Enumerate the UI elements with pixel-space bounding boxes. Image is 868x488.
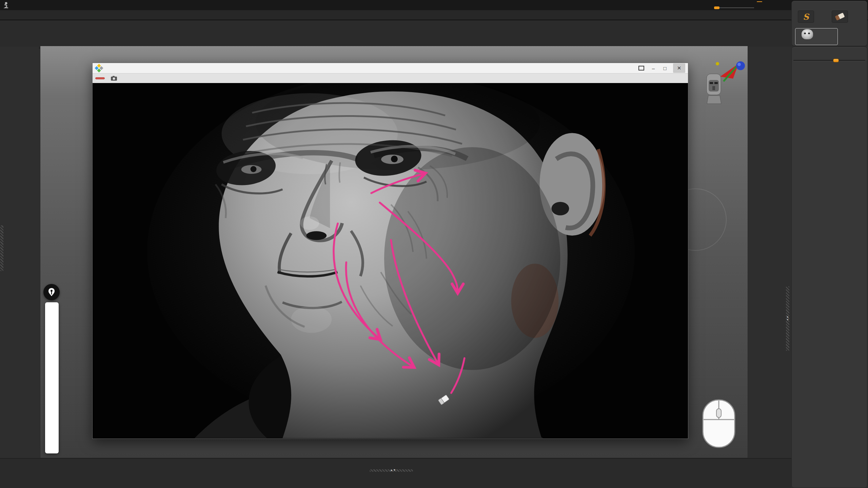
epicpen-toolbar [45,302,59,453]
mouse-overlay [701,399,737,449]
epicpen-logo-icon[interactable] [43,284,60,300]
menu-bar [0,10,868,20]
see-through-knob[interactable] [714,6,719,9]
new-version-badge[interactable] [95,77,105,79]
viewer-minimize-icon[interactable]: – [647,63,659,73]
viewer-maximize-icon[interactable]: □ [659,63,671,73]
camera-icon [111,76,117,81]
subtool-panel [791,47,867,488]
camview-head-icon[interactable] [706,73,723,104]
viewer-logo-icon [95,64,103,72]
zbrush-logo-icon [3,1,9,9]
divider-arrows-icon[interactable]: ▲▼ [786,315,789,321]
visible-count-slider[interactable] [793,54,865,61]
menus-button[interactable] [757,1,762,2]
viewer-fullscreen-icon[interactable] [635,63,647,73]
see-through-track[interactable] [714,7,754,8]
photo-elderly-face [93,83,688,438]
top-shelf [0,21,868,47]
viewer-close-icon[interactable]: ✕ [673,63,685,73]
screen: { "titlebar": { "title": "ZBrush 2022.0.… [0,0,868,488]
simplebrush-thumb[interactable]: S [798,11,814,23]
tool-panel: S [791,1,867,46]
left-panel-divider[interactable] [0,225,3,271]
eraserbrush-thumb[interactable] [832,11,848,23]
current-tool-tile[interactable] [795,28,838,45]
image-viewer-window[interactable]: – □ ✕ [92,63,688,439]
sdiv-arrows-icon[interactable]: ▲▼ [390,468,396,472]
viewer-titlebar[interactable]: – □ ✕ [93,63,688,73]
exif-button[interactable] [111,76,119,81]
app-titlebar: ◀||| |||▶ ▣ ▣ ▾ □ × [0,0,868,10]
viewer-image[interactable] [93,83,688,438]
viewer-menubar [93,73,688,83]
